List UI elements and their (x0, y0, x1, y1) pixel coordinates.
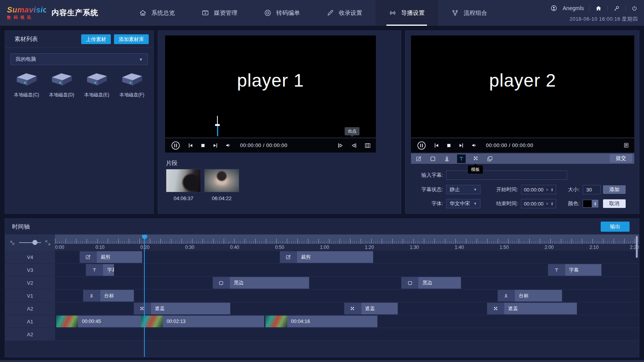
volume-icon[interactable] (225, 142, 232, 149)
nav-item-system-overview[interactable]: 系统总览 (126, 0, 188, 26)
timeline-clip-logo[interactable]: 台标 (83, 290, 134, 302)
pause-button[interactable] (416, 140, 427, 151)
power-icon[interactable] (631, 5, 638, 12)
spinner-arrows-icon[interactable]: ▲▼ (551, 188, 553, 192)
upload-material-button[interactable]: 上传素材 (81, 34, 111, 44)
location-dropdown[interactable]: 我的电脑 ▼ (11, 53, 148, 65)
add-subtitle-button[interactable]: 添加 (603, 185, 626, 194)
clip-duration: 00:04:16 (287, 316, 377, 327)
segment-thumbnail[interactable] (166, 169, 201, 192)
skip-forward-button[interactable] (458, 142, 464, 149)
pause-button[interactable] (171, 140, 181, 151)
color-label: 颜色: (563, 200, 580, 207)
skip-forward-button[interactable] (212, 142, 219, 149)
nav-item-workflow[interactable]: 流程组合 (438, 0, 500, 26)
clear-icon[interactable]: × (546, 201, 548, 206)
timeline-clip-media[interactable]: 00:00:45 (56, 316, 141, 327)
zoom-slider-handle[interactable] (32, 240, 37, 245)
zoom-collapse-icon[interactable] (9, 240, 15, 246)
subtitle-state-label: 字幕状态: (411, 186, 443, 193)
playlist-icon[interactable] (623, 142, 630, 149)
zoom-expand-icon[interactable] (45, 240, 51, 246)
home-icon (139, 9, 147, 17)
size-input[interactable] (583, 185, 601, 194)
clip-label: 裁剪 (97, 251, 142, 263)
clip-label: 遮盖 (151, 303, 230, 314)
end-time-label: 结束时间: (488, 200, 518, 207)
clip-duration: 00:02:13 (163, 316, 264, 327)
timeline-panel: 时间轴 输出 0:000:100:200:300:400:501:001:201… (5, 218, 639, 357)
player1-title: player 1 (165, 70, 376, 91)
nav-item-transcode[interactable]: 转码编单 (251, 0, 313, 26)
subtitle-state-select[interactable]: 静止 ▼ (446, 185, 480, 194)
segment-item[interactable]: 06:04:22 (204, 169, 239, 201)
crop-tool-icon[interactable] (415, 155, 423, 163)
timeline-clip-logo[interactable]: 台标 (498, 290, 562, 302)
timeline-clip-media[interactable]: 00:04:16 (265, 316, 377, 327)
volume-icon[interactable] (471, 142, 478, 149)
zoom-controls (5, 234, 55, 251)
mosaic-tool-icon[interactable] (472, 155, 480, 163)
clip-label: 遮盖 (504, 303, 577, 314)
skip-back-button[interactable] (433, 142, 439, 149)
nav-item-media-management[interactable]: 媒资管理 (188, 0, 251, 26)
playhead[interactable] (144, 234, 145, 357)
skip-back-button[interactable] (187, 142, 194, 149)
end-time-spinner[interactable]: 00:00:00 × ▲▼ (521, 199, 556, 208)
disk-icon (49, 71, 74, 89)
home-shortcut-icon[interactable] (595, 5, 602, 12)
stop-button[interactable] (200, 143, 206, 148)
timeline-clip-mosaic[interactable]: 遮盖 (134, 303, 230, 314)
track-row-a2-lower: A2 (5, 328, 639, 341)
nav-item-record-settings[interactable]: 收录设置 (313, 0, 375, 26)
spinner-arrows-icon[interactable]: ▲▼ (551, 202, 553, 206)
timeline-clip-subtitle[interactable]: 字幕 (86, 264, 114, 276)
stop-button[interactable] (446, 143, 452, 148)
nav-item-broadcast-settings[interactable]: 导播设置 (375, 0, 438, 26)
rounded-rect-icon (213, 277, 230, 289)
zoom-slider[interactable] (19, 240, 41, 245)
play-to-out-button[interactable] (337, 142, 344, 149)
color-swatch[interactable] (583, 200, 592, 208)
vertical-scrollbar-thumb[interactable] (636, 236, 638, 258)
clip-duration: 00:00:45 (78, 316, 141, 327)
timeline-clip-mosaic[interactable]: 遮盖 (344, 303, 398, 314)
bottom-scrollbar-track[interactable] (0, 360, 644, 362)
subtitle-tool-icon[interactable] (457, 154, 466, 163)
disk-item-f[interactable]: 本地磁盘(F) (114, 71, 149, 98)
segment-thumbnail[interactable] (204, 169, 239, 192)
color-spinner[interactable]: ▲▼ (592, 200, 598, 208)
splitter-icon[interactable] (364, 142, 371, 149)
segment-item[interactable]: 04:06:37 (166, 169, 201, 201)
font-select[interactable]: 华文中宋 ▼ (446, 199, 480, 208)
disk-item-c[interactable]: 本地磁盘(C) (9, 71, 44, 98)
cancel-button[interactable]: 取消 (603, 199, 626, 208)
username[interactable]: Anegmls (563, 5, 584, 11)
user-avatar-icon[interactable] (550, 5, 557, 12)
volume-slider[interactable] (215, 116, 220, 136)
timeline-clip-mosaic[interactable]: 遮盖 (487, 303, 577, 314)
timeline-clip-subtitle[interactable]: 字幕 (548, 264, 602, 276)
ruler-label: 0:10 (95, 245, 104, 250)
disk-icon (84, 71, 109, 89)
add-material-library-button[interactable]: 添加素材库 (114, 34, 149, 44)
timeline-clip-crop[interactable]: 裁剪 (280, 251, 373, 263)
output-button[interactable]: 输出 (601, 222, 630, 232)
logo-stamp-tool-icon[interactable] (443, 155, 451, 163)
timeline-clip-crop[interactable]: 裁剪 (80, 251, 142, 263)
black-border-tool-icon[interactable] (429, 155, 437, 163)
template-tool-icon[interactable] (486, 155, 494, 163)
settings-key-icon[interactable] (613, 5, 620, 12)
timeline-clip-blackborder[interactable]: 黑边 (401, 277, 461, 289)
clear-icon[interactable]: × (546, 187, 548, 192)
disk-item-d[interactable]: 本地磁盘(D) (44, 71, 79, 98)
start-time-spinner[interactable]: 00:00:00 × ▲▼ (521, 185, 556, 194)
size-label: 大小: (563, 186, 580, 193)
timeline-clip-blackborder[interactable]: 黑边 (213, 277, 309, 289)
out-point-button[interactable] (350, 142, 358, 149)
timeline-clip-media[interactable]: 00:02:13 (141, 316, 264, 327)
disk-item-e[interactable]: 本地磁盘(E) (79, 71, 114, 98)
player2-timecode: 00:00:00 / 00:00:00 (486, 142, 534, 148)
submit-button[interactable]: 提交 (610, 154, 632, 163)
subtitle-text-input[interactable] (446, 170, 567, 180)
